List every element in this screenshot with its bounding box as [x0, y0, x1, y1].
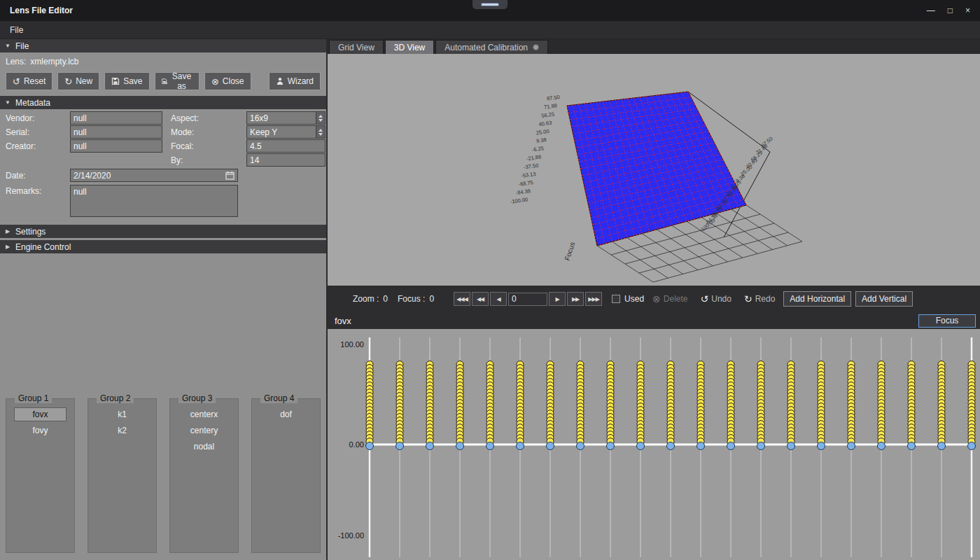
add-vertical-button[interactable]: Add Vertical — [855, 291, 913, 307]
group-4-title: Group 4 — [260, 393, 298, 403]
settings-section-header[interactable]: Settings — [0, 225, 326, 238]
baseline-point[interactable] — [667, 442, 675, 450]
new-button[interactable]: ↻ New — [57, 72, 99, 90]
save-button[interactable]: Save — [104, 72, 149, 90]
serial-input[interactable] — [70, 125, 162, 139]
redo-icon: ↻ — [744, 294, 752, 304]
baseline-point[interactable] — [848, 442, 855, 450]
aspect-select[interactable]: 16x9 — [246, 111, 326, 125]
tab-grid-view[interactable]: Grid View — [329, 40, 384, 54]
file-section-header[interactable]: File — [0, 39, 326, 52]
3d-surface-view[interactable]: 87.5087.5071.8871.8856.2556.2540.6340.63… — [328, 54, 980, 286]
group-item-dof[interactable]: dof — [260, 407, 313, 421]
curve-header: fovx Focus — [328, 312, 980, 329]
baseline-point[interactable] — [697, 442, 705, 450]
step-back-button[interactable]: ◀ — [490, 292, 507, 306]
focus-mode-button[interactable]: Focus — [918, 314, 976, 328]
group-3-title: Group 3 — [178, 393, 216, 403]
baseline-point[interactable] — [517, 442, 524, 450]
y-axis-tick-label: 0.00 — [349, 440, 364, 449]
go-last-button[interactable]: ▶▶▶ — [585, 292, 602, 306]
group-item-k1[interactable]: k1 — [96, 407, 149, 421]
save-as-button[interactable]: Save as — [155, 72, 200, 90]
focal-input[interactable] — [246, 139, 326, 153]
wizard-button[interactable]: Wizard — [269, 72, 321, 90]
left-panel: File Lens:xmlempty.lcb ↺ Reset ↻ New — [0, 39, 328, 560]
group-item-fovy[interactable]: fovy — [14, 424, 67, 438]
z-axis-tick-label: -100.00 — [510, 196, 528, 204]
baseline-point[interactable] — [366, 442, 374, 450]
calendar-icon[interactable] — [225, 170, 234, 183]
group-item-fovx[interactable]: fovx — [14, 407, 67, 421]
floor-grid-line — [639, 232, 788, 273]
baseline-point[interactable] — [757, 442, 765, 450]
parameter-groups: Group 1 fovx fovy Group 2 k1 k2 Group 3 — [6, 392, 321, 553]
baseline-point[interactable] — [938, 442, 946, 450]
redo-button[interactable]: ↻ Redo — [740, 291, 779, 307]
baseline-point[interactable] — [908, 442, 916, 450]
menu-file[interactable]: File — [0, 25, 33, 35]
spinner-arrows-icon[interactable] — [316, 112, 325, 124]
baseline-point[interactable] — [637, 442, 645, 450]
vendor-label: Vendor: — [6, 113, 34, 123]
date-input[interactable] — [70, 169, 238, 182]
baseline-point[interactable] — [788, 442, 795, 450]
baseline-point[interactable] — [486, 442, 494, 450]
baseline-point[interactable] — [426, 442, 434, 450]
spinner-arrows-icon[interactable] — [316, 126, 325, 138]
file-toolbar: ↺ Reset ↻ New Save Save as — [6, 72, 321, 90]
reset-label: Reset — [24, 76, 46, 86]
baseline-point[interactable] — [727, 442, 735, 450]
baseline-point[interactable] — [396, 442, 404, 450]
remarks-input[interactable]: null — [70, 185, 238, 217]
baseline-point[interactable] — [577, 442, 584, 450]
group-item-centerx[interactable]: centerx — [178, 407, 231, 421]
aspect-value: 16x9 — [250, 113, 268, 123]
reset-button[interactable]: ↺ Reset — [6, 72, 52, 90]
mode-select[interactable]: Keep Y — [246, 125, 326, 139]
baseline-point[interactable] — [878, 442, 886, 450]
by-input[interactable] — [246, 153, 326, 167]
y-axis-tick-label: 100.00 — [340, 340, 364, 349]
vendor-input[interactable] — [70, 111, 162, 125]
tab-3d-view[interactable]: 3D View — [385, 40, 434, 54]
right-panel: Grid View 3D View Automated Calibration … — [328, 39, 980, 560]
baseline-point[interactable] — [968, 442, 976, 450]
baseline-point[interactable] — [607, 442, 615, 450]
close-window-button[interactable]: × — [965, 6, 970, 15]
maximize-button[interactable]: □ — [948, 6, 953, 15]
save-label: Save — [123, 76, 142, 86]
used-checkbox[interactable] — [612, 295, 620, 303]
group-4: Group 4 dof — [251, 398, 321, 553]
baseline-point[interactable] — [456, 442, 464, 450]
add-horizontal-button[interactable]: Add Horizontal — [783, 291, 851, 307]
fast-forward-button[interactable]: ▶▶ — [567, 292, 584, 306]
window-controls: — □ × — [927, 6, 970, 15]
mode-value: Keep Y — [250, 127, 277, 137]
z-axis-tick-label: -21.88 — [526, 153, 541, 162]
by-label: By: — [171, 155, 183, 165]
close-file-button[interactable]: ⊗ Close — [204, 72, 251, 90]
group-item-centery[interactable]: centery — [178, 424, 231, 438]
go-first-button[interactable]: ◀◀◀ — [454, 292, 470, 306]
date-label: Date: — [6, 171, 26, 181]
baseline-point[interactable] — [818, 442, 825, 450]
metadata-section-header[interactable]: Metadata — [0, 96, 326, 109]
delete-button[interactable]: ⊗ Delete — [648, 291, 692, 307]
curve-editor-canvas[interactable]: 100.000.00-100.00 — [328, 329, 980, 560]
baseline-point[interactable] — [547, 442, 554, 450]
fast-back-button[interactable]: ◀◀ — [472, 292, 489, 306]
engine-control-section-header[interactable]: Engine Control — [0, 240, 326, 253]
undo-button[interactable]: ↺ Undo — [696, 291, 736, 307]
position-input[interactable] — [508, 293, 547, 306]
group-item-nodal[interactable]: nodal — [178, 440, 231, 454]
group-item-k2[interactable]: k2 — [96, 424, 149, 438]
minimize-button[interactable]: — — [927, 6, 935, 15]
settings-section-title: Settings — [15, 227, 46, 237]
expand-arrow-icon — [4, 228, 11, 234]
zoom-readout-value: 0 — [383, 294, 388, 304]
tab-automated-calibration[interactable]: Automated Calibration — [435, 40, 548, 54]
window-grip[interactable] — [472, 0, 507, 9]
step-forward-button[interactable]: ▶ — [549, 292, 566, 306]
creator-input[interactable] — [70, 139, 162, 153]
